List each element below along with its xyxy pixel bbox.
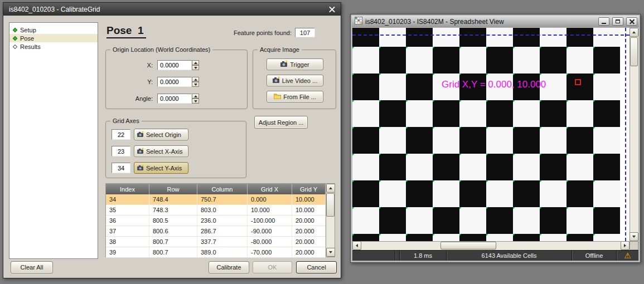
scroll-down-icon[interactable] (630, 232, 638, 241)
table-row[interactable]: 34 748.4 750.7 0.000 10.000 (106, 194, 326, 205)
cancel-button-label: Cancel (307, 264, 326, 271)
scroll-down-icon[interactable] (326, 248, 335, 257)
y-input[interactable] (157, 77, 192, 87)
calibrate-window-titlebar[interactable]: is8402_010203 - CalibrateGrid (3, 3, 341, 16)
spin-up-button[interactable] (192, 94, 199, 99)
app-icon (355, 17, 362, 26)
scroll-left-icon[interactable] (352, 241, 361, 250)
status-divider (395, 251, 399, 261)
scrollbar-thumb[interactable] (630, 37, 638, 66)
grid-axes-group: Grid Axes Select Origin (105, 121, 246, 178)
vertical-scrollbar[interactable] (630, 28, 638, 241)
camera-icon (137, 148, 144, 155)
cell-index: 36 (106, 216, 149, 226)
region-boundary-right (625, 28, 626, 241)
sidebar-item-results[interactable]: Results (9, 42, 98, 51)
scroll-right-icon[interactable] (621, 241, 630, 250)
cell-row: 748.3 (149, 205, 197, 215)
grid-axes-group-title: Grid Axes (110, 117, 142, 124)
horizontal-scrollbar[interactable] (352, 241, 630, 250)
close-button[interactable] (626, 17, 637, 26)
x-axis-row: Select X-Axis (106, 145, 246, 157)
origin-cell-input[interactable] (112, 129, 130, 140)
cell-grid-x: 10.000 (248, 205, 292, 215)
table-row[interactable]: 39 800.7 389.0 -70.000 20.000 (106, 247, 326, 258)
table-row[interactable]: 38 800.7 337.7 -80.000 20.000 (106, 237, 326, 247)
cell-grid-x: 0.000 (248, 194, 292, 204)
cell-grid-x: -100.000 (248, 216, 292, 226)
checkerboard-image (352, 28, 620, 241)
feature-points-label: Feature points found: (234, 30, 292, 36)
table-header: Index Row Column Grid X Grid Y (106, 184, 326, 194)
steps-tree: Setup Pose Results (9, 22, 98, 259)
spin-down-button[interactable] (192, 99, 199, 104)
spin-up-button[interactable] (192, 77, 199, 82)
status-bar: 1.8 ms 6143 Available Cells Offline ⚠ (352, 250, 638, 261)
cell-grid-x: -70.000 (248, 247, 292, 257)
desktop: is8402_010203 - CalibrateGrid Setup Pose… (0, 0, 644, 284)
cell-grid-y: 20.000 (292, 237, 326, 247)
table-scrollbar[interactable] (326, 184, 335, 257)
camera-icon (137, 165, 144, 172)
x-axis-cell-input[interactable] (112, 146, 130, 156)
origin-location-group: Origin Location (World Coordinates) X: Y… (105, 50, 248, 109)
header-grid-y: Grid Y (292, 184, 326, 194)
calibrate-button[interactable]: Calibrate (209, 261, 249, 273)
cancel-button[interactable]: Cancel (296, 261, 337, 273)
maximize-button[interactable] (612, 17, 623, 26)
scrollbar-thumb[interactable] (326, 193, 335, 217)
spin-down-button[interactable] (192, 82, 199, 87)
cell-column: 750.7 (197, 194, 248, 204)
live-video-button-label: Live Video ... (282, 77, 317, 84)
table-row[interactable]: 35 748.3 803.0 10.000 10.000 (106, 205, 326, 216)
y-axis-row: Select Y-Axis (106, 162, 246, 174)
minimize-icon (602, 23, 606, 24)
trigger-button-label: Trigger (290, 61, 309, 68)
calibration-image-view[interactable]: Grid X,Y = 0.000, 10.000 (352, 28, 630, 241)
warning-segment[interactable]: ⚠ (616, 251, 638, 261)
spin-up-button[interactable] (192, 60, 199, 65)
angle-input[interactable] (157, 94, 192, 104)
x-input[interactable] (157, 60, 192, 70)
scroll-up-icon[interactable] (326, 184, 335, 193)
sidebar-item-pose[interactable]: Pose (9, 34, 98, 42)
select-y-axis-button[interactable]: Select Y-Axis (134, 162, 188, 174)
maximize-icon (616, 19, 620, 23)
select-origin-button[interactable]: Select Origin (134, 129, 188, 140)
close-icon (630, 19, 635, 24)
cell-column: 803.0 (197, 205, 248, 215)
close-icon[interactable] (329, 6, 335, 12)
acquire-image-group-title: Acquire Image (258, 46, 302, 53)
ok-button: OK (253, 261, 292, 273)
cell-grid-x: -90.000 (248, 226, 292, 236)
adjust-region-button[interactable]: Adjust Region ... (254, 116, 308, 129)
select-y-axis-button-label: Select Y-Axis (146, 165, 182, 172)
green-diamond-icon (13, 27, 17, 32)
cell-index: 34 (106, 194, 149, 204)
cell-index: 35 (106, 205, 149, 215)
x-field-row: X: (106, 60, 247, 71)
sidebar-item-label: Pose (20, 35, 34, 42)
green-diamond-icon (13, 36, 17, 40)
sidebar-item-setup[interactable]: Setup (9, 26, 98, 34)
select-x-axis-button[interactable]: Select X-Axis (134, 145, 188, 157)
spreadsheet-window-titlebar[interactable]: is8402_010203 - IS8402M - Spreadsheet Vi… (352, 16, 639, 27)
spin-down-button[interactable] (192, 65, 199, 70)
acquisition-time: 1.8 ms (399, 251, 446, 261)
minimize-button[interactable] (598, 17, 609, 26)
table-row[interactable]: 37 800.6 286.7 -90.000 20.000 (106, 226, 326, 237)
cell-grid-y: 20.000 (292, 247, 326, 257)
cell-row: 800.7 (149, 237, 197, 247)
scrollbar-thumb[interactable] (440, 242, 496, 249)
calibrate-window-body: Setup Pose Results Pose 1 Feature points… (3, 16, 341, 278)
y-axis-cell-input[interactable] (112, 163, 130, 173)
trigger-button[interactable]: Trigger (267, 58, 323, 70)
live-video-button[interactable]: Live Video ... (267, 75, 323, 86)
table-row[interactable]: 36 800.5 236.0 -100.000 20.000 (106, 216, 326, 226)
scroll-up-icon[interactable] (630, 28, 638, 37)
cell-column: 286.7 (197, 226, 248, 236)
page-title: Pose 1 (106, 25, 146, 38)
from-file-button[interactable]: From File ... (267, 91, 323, 102)
clear-all-button[interactable]: Clear All (11, 261, 53, 273)
selected-point-marker (575, 79, 581, 85)
